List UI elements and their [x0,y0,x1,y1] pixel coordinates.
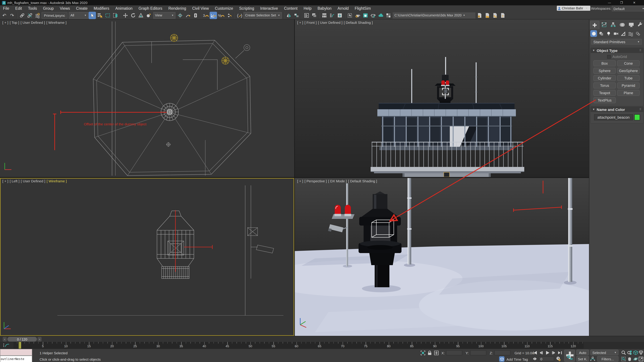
percent-snap-toggle[interactable]: % [217,11,225,19]
menu-item[interactable]: Edit [12,5,25,11]
menu-item[interactable]: Modifiers [90,5,112,11]
zoom-extents-button[interactable] [632,350,638,355]
viewport-front[interactable]: [ + ] [ Front ] [ User Defined ] [ Defau… [295,19,589,177]
menu-item[interactable]: Interactive [257,5,281,11]
primitive-category-dropdown[interactable]: Standard Primitives ▼ [591,39,642,44]
maxscript-listener-input[interactable]: outlinerNeste [0,356,32,362]
maxscript-mini-listener[interactable] [0,349,32,356]
spinner-snap-toggle[interactable] [225,11,232,19]
material-editor-button[interactable] [346,11,354,19]
select-and-link-button[interactable] [18,11,26,19]
rendered-frame-window-button[interactable] [362,11,369,19]
current-frame-marker[interactable] [18,342,21,349]
primitive-button[interactable]: Tube [617,75,640,81]
menu-item[interactable]: Scripting [236,5,257,11]
menu-item[interactable]: Graph Editors [136,5,165,11]
primitive-button[interactable]: TextPlus [593,97,616,103]
reference-coordinate-system-dropdown[interactable]: View ▼ [153,12,176,18]
viewport-menu-shading[interactable]: [ Wireframe ] [46,179,67,183]
subtab-space-warps[interactable] [627,30,634,37]
redo-button[interactable]: ↷ [8,11,16,19]
key-mode-toggle[interactable] [532,356,538,362]
viewport-menu-general[interactable]: [ + ] [297,179,303,183]
rectangular-selection-region-button[interactable] [104,11,111,19]
viewport-menu-pov[interactable]: [ Front ] [304,20,317,24]
select-object-button[interactable] [88,11,96,19]
menu-item[interactable]: Help [300,5,314,11]
maximize-button[interactable]: ❐ [616,0,626,5]
select-and-rotate-button[interactable] [130,11,137,19]
subtab-cameras[interactable] [612,30,619,37]
project-folder-path[interactable]: C:\Users\Christian\Documents\3ds Max 202… [392,12,476,18]
select-and-move-button[interactable] [122,11,129,19]
subtab-geometry[interactable] [590,30,597,37]
snaps-toggle-3d[interactable]: 3 [202,11,209,19]
primitive-button[interactable]: Cylinder [593,75,616,81]
menu-item[interactable]: Content [281,5,301,11]
mini-curve-editor-button[interactable] [1,342,12,348]
go-to-start-button[interactable] [532,350,538,356]
use-pivot-point-button[interactable] [176,11,184,19]
viewport-menu-camera[interactable]: [ User Defined ] [20,20,45,24]
isolate-selection-toggle[interactable] [420,350,426,356]
selection-lock-toggle[interactable] [427,350,432,356]
zoom-button[interactable] [620,350,626,355]
viewport-menu-camera[interactable]: [ User Defined ] [21,179,45,183]
viewport-menu-pov[interactable]: [ Left ] [10,179,20,183]
schematic-view-button[interactable] [336,11,344,19]
viewport-top[interactable]: [ + ] [ Top ] [ User Defined ] [ Wirefra… [0,19,294,177]
primitive-button[interactable]: Sphere [593,68,616,74]
edit-named-selection-sets-button[interactable]: { } [235,11,242,19]
close-button[interactable]: ✕ [629,0,639,5]
go-to-end-button[interactable] [557,350,563,356]
named-selection-set-dropdown[interactable]: Create Selection Set ▼ [244,12,282,18]
viewport-menu-shading[interactable]: [ Default Shading ] [344,20,373,24]
select-and-place-button[interactable] [145,11,152,19]
render-production-button[interactable] [369,11,377,19]
primitive-button[interactable]: Plane [617,90,640,96]
tab-modify[interactable] [600,21,608,29]
workspace-dropdown[interactable]: Default ▼ [612,6,644,11]
project-help-button[interactable]: ? [499,11,506,19]
curve-editor-button[interactable] [328,11,336,19]
viewport-menu-shading[interactable]: [ Wireframe ] [46,20,66,24]
previous-frame-button[interactable] [538,350,544,356]
zoom-all-button[interactable] [626,350,632,355]
absolute-offset-toggle[interactable] [433,350,439,356]
time-slider[interactable]: 0 / 120 [8,337,37,342]
tab-utilities[interactable] [636,21,644,29]
select-and-scale-button[interactable] [137,11,144,19]
viewport-perspective[interactable]: [ + ] [ Perspective ] [ DX Mode ] [ Defa… [295,178,589,336]
previous-frame-arrow[interactable]: ‹ [3,337,7,342]
next-frame-button[interactable] [551,350,557,356]
angle-snap-toggle[interactable] [210,11,217,19]
mirror-button[interactable] [285,11,292,19]
y-coordinate-field[interactable] [470,350,486,355]
name-color-header[interactable]: ▼ Name and Color ⠿ [591,107,643,112]
viewport-left[interactable]: [ + ] [ Left ] [ User Defined ] [ Wirefr… [0,178,294,336]
render-flyout-button[interactable] [385,11,392,19]
zoom-region-button[interactable] [620,356,626,362]
primitive-button[interactable]: Teapot [593,90,616,96]
viewport-menu-general[interactable]: [ + ] [2,179,8,183]
next-frame-arrow[interactable]: › [38,337,42,342]
track-bar-ruler[interactable]: 0510152025303540455055606570758085909510… [14,342,584,349]
prime-lipsync-button[interactable]: PrimeLipsync [42,12,68,18]
menu-item[interactable]: Civil View [189,5,212,11]
project-folder-button[interactable] [484,11,491,19]
viewport-menu-general[interactable]: [ + ] [297,20,303,24]
selection-filter-dropdown[interactable]: All ▼ [69,12,88,18]
menu-item[interactable]: Customize [212,5,236,11]
add-time-tag[interactable]: Add Time Tag [506,357,528,361]
subtab-lights[interactable] [605,30,612,37]
set-key-button[interactable]: Set K. [576,356,589,362]
menu-item[interactable]: Group [40,5,57,11]
minimize-button[interactable]: — [604,0,614,5]
menu-item[interactable]: Arnold [334,5,352,11]
tab-create[interactable] [590,21,600,29]
menu-item[interactable]: Rendering [165,5,189,11]
toggle-ribbon-button[interactable] [321,11,328,19]
menu-item[interactable]: FlightSim [352,5,374,11]
window-crossing-toggle[interactable] [112,11,119,19]
primitive-button[interactable]: Cone [617,60,640,66]
